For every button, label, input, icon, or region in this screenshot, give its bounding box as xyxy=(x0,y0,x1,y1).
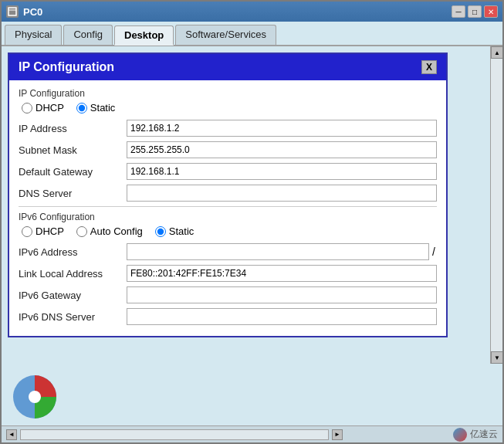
close-button[interactable]: ✕ xyxy=(484,5,498,18)
dns-server-input[interactable] xyxy=(127,185,437,202)
subnet-mask-label: Subnet Mask xyxy=(19,144,127,156)
default-gateway-row: Default Gateway xyxy=(19,163,437,180)
scroll-left-button[interactable]: ◄ xyxy=(6,429,17,440)
ip-config-body: IP Configuration DHCP Static IP Address xyxy=(9,80,446,336)
main-content: IP Configuration X IP Configuration DHCP… xyxy=(2,46,502,364)
ip-config-panel: IP Configuration X IP Configuration DHCP… xyxy=(8,53,448,337)
pc-icon xyxy=(8,370,62,420)
ip-config-close-button[interactable]: X xyxy=(421,60,437,74)
ipv6-address-row: IPv6 Address / xyxy=(19,243,437,260)
ipv6-dns-label: IPv6 DNS Server xyxy=(19,311,127,323)
horizontal-scroll-track[interactable] xyxy=(20,429,329,440)
section-divider xyxy=(19,206,437,207)
ip-address-label: IP Address xyxy=(19,123,127,134)
dhcp6-radio[interactable] xyxy=(22,226,32,237)
ipv6-address-label: IPv6 Address xyxy=(19,246,127,258)
watermark-text: 亿速云 xyxy=(470,428,498,441)
ipv6-gateway-input[interactable] xyxy=(127,286,437,303)
watermark: 亿速云 xyxy=(453,428,498,442)
horizontal-scrollbar: ◄ ► xyxy=(6,429,343,440)
auto-config-radio-item[interactable]: Auto Config xyxy=(76,225,143,237)
scroll-up-button[interactable]: ▲ xyxy=(491,46,502,59)
subnet-mask-row: Subnet Mask xyxy=(19,141,437,158)
auto-config-label: Auto Config xyxy=(90,225,143,237)
static-label: Static xyxy=(90,102,116,114)
static6-label: Static xyxy=(169,225,194,237)
scroll-down-button[interactable]: ▼ xyxy=(491,351,502,364)
status-bar: ◄ ► 亿速云 xyxy=(2,425,502,442)
auto-config-radio[interactable] xyxy=(76,226,87,237)
ip-config-title: IP Configuration xyxy=(19,60,114,74)
scroll-track[interactable] xyxy=(491,59,502,351)
static-radio-item[interactable]: Static xyxy=(76,102,116,114)
dhcp6-label: DHCP xyxy=(36,225,64,237)
dhcp-radio[interactable] xyxy=(22,103,32,114)
main-window: PC0 ─ □ ✕ Physical Config Desktop Softwa… xyxy=(0,0,504,444)
ipv6-slash: / xyxy=(431,246,437,258)
subnet-mask-input[interactable] xyxy=(127,141,437,158)
ipv6-dns-row: IPv6 DNS Server xyxy=(19,308,437,325)
link-local-row: Link Local Address xyxy=(19,265,437,282)
window-controls: ─ □ ✕ xyxy=(452,5,498,18)
window-title: PC0 xyxy=(23,6,447,18)
link-local-label: Link Local Address xyxy=(19,268,127,280)
ipv6-gateway-row: IPv6 Gateway xyxy=(19,286,437,303)
ipv6-address-input[interactable] xyxy=(127,243,429,260)
vertical-scrollbar: ▲ ▼ xyxy=(490,46,502,364)
scroll-right-button[interactable]: ► xyxy=(332,429,343,440)
static6-radio[interactable] xyxy=(155,226,166,237)
tab-desktop[interactable]: Desktop xyxy=(114,25,174,46)
ipv4-mode-row: DHCP Static xyxy=(22,102,437,114)
ipv6-address-field-group: / xyxy=(127,243,437,260)
ip-config-header: IP Configuration X xyxy=(9,54,446,80)
static-radio[interactable] xyxy=(76,103,87,114)
maximize-button[interactable]: □ xyxy=(468,5,482,18)
ipv6-mode-row: DHCP Auto Config Static xyxy=(22,225,437,237)
ipv6-gateway-label: IPv6 Gateway xyxy=(19,290,127,301)
tab-software-services[interactable]: Software/Services xyxy=(175,25,276,45)
tab-bar: Physical Config Desktop Software/Service… xyxy=(2,22,502,46)
dhcp6-radio-item[interactable]: DHCP xyxy=(22,225,64,237)
dns-server-row: DNS Server xyxy=(19,185,437,202)
link-local-input[interactable] xyxy=(127,265,437,282)
ipv4-section-label: IP Configuration xyxy=(19,88,437,99)
tab-config[interactable]: Config xyxy=(63,25,113,45)
title-bar: PC0 ─ □ ✕ xyxy=(2,2,502,22)
ipv6-section-label: IPv6 Configuration xyxy=(19,212,437,222)
svg-point-3 xyxy=(29,391,41,403)
watermark-icon xyxy=(453,428,467,442)
window-icon xyxy=(6,5,19,18)
dhcp-label: DHCP xyxy=(36,102,64,114)
ip-address-input[interactable] xyxy=(127,120,437,137)
content-area: IP Configuration X IP Configuration DHCP… xyxy=(2,46,490,364)
ip-address-row: IP Address xyxy=(19,120,437,137)
svg-rect-0 xyxy=(8,8,16,15)
dhcp-radio-item[interactable]: DHCP xyxy=(22,102,64,114)
default-gateway-label: Default Gateway xyxy=(19,166,127,178)
default-gateway-input[interactable] xyxy=(127,163,437,180)
ipv6-dns-input[interactable] xyxy=(127,308,437,325)
dns-server-label: DNS Server xyxy=(19,188,127,199)
minimize-button[interactable]: ─ xyxy=(452,5,465,18)
bottom-area xyxy=(2,364,502,425)
tab-physical[interactable]: Physical xyxy=(5,25,62,45)
static6-radio-item[interactable]: Static xyxy=(155,225,194,237)
